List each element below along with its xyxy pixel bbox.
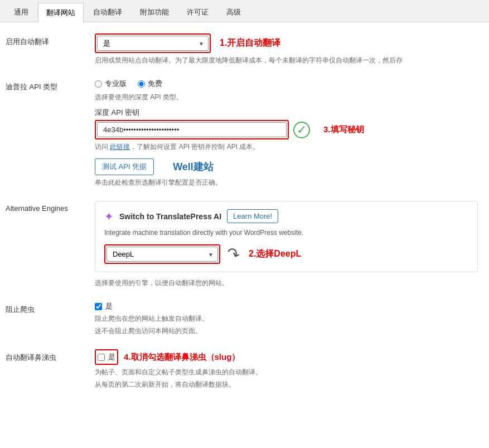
test-api-button[interactable]: 测试 API 凭据 (95, 158, 154, 175)
curved-arrow-icon: ↷ (224, 243, 243, 265)
slug-checkbox-label[interactable]: 是 (98, 352, 115, 362)
auto-translate-select[interactable]: 是 否 (97, 36, 209, 51)
engine-select-container: DeepL Google Translate ▼ (106, 247, 218, 262)
auto-translate-slug-label: 自动翻译鼻涕虫 (6, 349, 95, 363)
auto-translate-control: 是 否 ▼ 1.开启自动翻译 启用或禁用站点自动翻译。为了最大限度地降低翻译成本… (95, 33, 478, 65)
block-crawlers-desc1: 阻止爬虫在您的网站上触发自动翻译。 (95, 314, 478, 324)
api-key-link-desc: 访问 此链接，了解如何设置 API 密钥并控制 API 成本。 (95, 142, 478, 152)
annotation-1: 1.开启自动翻译 (220, 37, 280, 49)
translate-ai-banner: ✦ Switch to TranslatePress AI Learn More… (104, 209, 468, 223)
slug-checkbox-wrapper: 是 (95, 349, 118, 365)
api-type-desc: 选择要使用的深度 API 类型。 (95, 92, 478, 102)
tab-auto-translate[interactable]: 自动翻译 (85, 2, 130, 22)
block-crawlers-checkbox-label[interactable]: 是 (95, 301, 478, 311)
radio-free-label: 免费 (148, 79, 162, 89)
slug-checkbox[interactable] (98, 354, 105, 361)
translate-ai-text: Switch to TranslatePress AI (119, 212, 221, 221)
integrate-text: Integrate machine translation directly w… (104, 229, 468, 237)
engine-select-row: DeepL Google Translate ▼ ↷ 2.选择DeepL (104, 244, 468, 264)
api-type-row: 迪普拉 API 类型 专业版 免费 选择要使用的深度 API 类型。 深度 AP… (6, 79, 478, 187)
tab-translate-site[interactable]: 翻译网站 (38, 3, 84, 22)
auto-translate-row: 启用自动翻译 是 否 ▼ 1.开启自动翻译 启用或禁用站点自动翻译 (6, 33, 478, 65)
test-button-row: 测试 API 凭据 Well建站 (95, 158, 478, 175)
api-key-link-before: 访问 (95, 143, 110, 151)
alt-engines-label: Alternative Engines (6, 201, 95, 213)
auto-translate-desc: 启用或禁用站点自动翻译。为了最大限度地降低翻译成本，每个未翻译的字符串仅自动翻译… (95, 55, 478, 65)
alt-engines-row: Alternative Engines ✦ Switch to Translat… (6, 201, 478, 288)
slug-row: 是 4.取消勾选翻译鼻涕虫（slug） (95, 349, 478, 365)
settings-content: 启用自动翻译 是 否 ▼ 1.开启自动翻译 启用或禁用站点自动翻译 (0, 22, 489, 414)
api-type-label: 迪普拉 API 类型 (6, 79, 95, 92)
radio-pro[interactable]: 专业版 (95, 79, 127, 89)
radio-pro-input[interactable] (95, 80, 102, 88)
block-crawlers-row: 阻止爬虫 是 阻止爬虫在您的网站上触发自动翻译。 这不会阻止爬虫访问本网站的页面… (6, 301, 478, 336)
annotation-3: 3.填写秘钥 (323, 124, 364, 135)
block-crawlers-checkbox[interactable] (95, 303, 102, 310)
api-key-valid-icon: ✓ (293, 122, 310, 138)
tab-addons[interactable]: 附加功能 (132, 2, 177, 22)
test-api-desc: 单击此处检查所选翻译引擎配置是否正确。 (95, 177, 478, 187)
api-key-link-after: ，了解如何设置 API 密钥并控制 API 成本。 (130, 143, 259, 151)
api-type-control: 专业版 免费 选择要使用的深度 API 类型。 深度 API 密钥 (95, 79, 478, 187)
auto-translate-slug-row: 自动翻译鼻涕虫 是 4.取消勾选翻译鼻涕虫（slug） 为帖子、页面和自定义帖子… (6, 349, 478, 389)
auto-translate-slug-control: 是 4.取消勾选翻译鼻涕虫（slug） 为帖子、页面和自定义帖子类型生成鼻涕虫的… (95, 349, 478, 389)
api-type-radio-group: 专业版 免费 (95, 79, 478, 89)
api-key-input[interactable] (97, 122, 287, 137)
page-wrap: 通用 翻译网站 自动翻译 附加功能 许可证 高级 启用自动翻译 是 否 ▼ (0, 0, 489, 448)
radio-free[interactable]: 免费 (138, 79, 162, 89)
api-key-input-wrapper (95, 120, 289, 139)
radio-pro-label: 专业版 (105, 79, 127, 89)
auto-translate-label: 启用自动翻译 (6, 33, 95, 47)
annotation-4: 4.取消勾选翻译鼻涕虫（slug） (124, 352, 240, 363)
slug-value: 是 (108, 352, 115, 362)
engine-annotation-row: ↷ 2.选择DeepL (225, 245, 301, 263)
tab-license[interactable]: 许可证 (178, 2, 217, 22)
learn-more-button[interactable]: Learn More! (227, 209, 278, 223)
well-label: Well建站 (173, 160, 214, 174)
block-crawlers-control: 是 阻止爬虫在您的网站上触发自动翻译。 这不会阻止爬虫访问本网站的页面。 (95, 301, 478, 336)
engine-select-wrapper: DeepL Google Translate ▼ (104, 244, 220, 264)
api-key-link[interactable]: 此链接 (110, 143, 130, 151)
api-key-label: 深度 API 密钥 (95, 108, 478, 118)
engine-select[interactable]: DeepL Google Translate (106, 247, 218, 262)
api-key-section: 深度 API 密钥 ✓ 3.填写秘钥 访问 此链接，了解如何设置 API 密钥并… (95, 108, 478, 152)
slug-desc1: 为帖子、页面和自定义帖子类型生成鼻涕虫的自动翻译。 (95, 367, 478, 377)
slug-desc2: 从每页的第二次刷新开始，将自动翻译数据块。 (95, 379, 478, 389)
sparkle-icon: ✦ (104, 210, 114, 223)
tab-advanced[interactable]: 高级 (218, 2, 249, 22)
alt-engines-box: ✦ Switch to TranslatePress AI Learn More… (95, 201, 478, 272)
engine-select-desc: 选择要使用的引擎，以便自动翻译您的网站。 (95, 278, 478, 288)
auto-translate-select-container: 是 否 ▼ (97, 36, 209, 51)
block-crawlers-label: 阻止爬虫 (6, 301, 95, 315)
annotation-2: 2.选择DeepL (249, 248, 301, 260)
tab-general[interactable]: 通用 (6, 2, 37, 22)
radio-free-input[interactable] (138, 80, 145, 88)
tabs-bar: 通用 翻译网站 自动翻译 附加功能 许可证 高级 (0, 0, 489, 22)
alt-engines-control: ✦ Switch to TranslatePress AI Learn More… (95, 201, 478, 288)
block-crawlers-desc2: 这不会阻止爬虫访问本网站的页面。 (95, 326, 478, 336)
auto-translate-select-wrapper: 是 否 ▼ (95, 33, 211, 53)
block-crawlers-value: 是 (105, 301, 113, 311)
